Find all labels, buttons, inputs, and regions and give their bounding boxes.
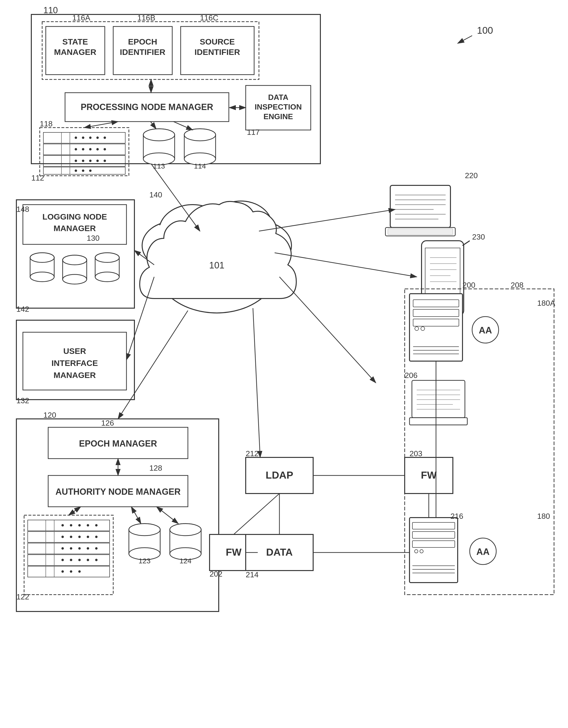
ref116C-label: 116C (200, 13, 218, 22)
ui-manager-label3: MANAGER (53, 371, 96, 380)
ref142-label: 142 (16, 305, 29, 313)
ref220-label: 220 (465, 171, 478, 180)
ref214-label: 214 (246, 570, 258, 579)
svg-point-114 (87, 559, 89, 561)
svg-point-113 (78, 559, 81, 561)
server-216 (410, 518, 458, 583)
aa1-label: AA (479, 325, 492, 335)
diagram-container: 110 116A 116B 116C STATE MANAGER EPOCH I… (0, 0, 568, 728)
data-label: DATA (266, 546, 293, 558)
state-manager-label2: MANAGER (54, 47, 96, 57)
source-identifier-label2: IDENTIFIER (195, 47, 240, 57)
ref101-label: 101 (209, 260, 224, 270)
server-200 (410, 294, 463, 361)
ref110-label: 110 (43, 5, 58, 15)
svg-point-26 (104, 148, 106, 150)
state-manager-label: STATE (62, 37, 88, 46)
ref124-label: 124 (179, 557, 191, 565)
die-label1: DATA (268, 93, 288, 102)
svg-point-15 (82, 137, 84, 139)
ref208-label: 208 (511, 281, 523, 289)
svg-point-14 (75, 137, 77, 139)
ref203-label: 203 (410, 449, 422, 458)
ref180A-label: 180A (537, 299, 555, 307)
epoch-identifier-label: EPOCH (128, 37, 157, 46)
ref118-label: 118 (40, 119, 52, 128)
svg-point-95 (61, 536, 64, 538)
svg-point-107 (95, 547, 97, 550)
svg-point-131 (170, 524, 201, 536)
svg-point-24 (89, 148, 91, 150)
ref123-label: 123 (138, 557, 150, 565)
svg-point-97 (78, 536, 81, 538)
svg-rect-160 (413, 319, 459, 326)
svg-point-111 (61, 559, 64, 561)
svg-point-30 (75, 160, 77, 162)
ref202-label: 202 (209, 570, 222, 578)
ref180-label: 180 (537, 512, 550, 520)
svg-point-103 (61, 547, 64, 550)
svg-rect-133 (390, 185, 451, 227)
svg-rect-159 (413, 309, 459, 317)
svg-point-105 (78, 547, 81, 550)
fw1-label: FW (421, 469, 437, 481)
svg-point-115 (95, 559, 97, 561)
svg-point-91 (95, 524, 97, 527)
svg-point-62 (63, 255, 87, 265)
svg-point-89 (78, 524, 81, 527)
ref116A-label: 116A (72, 13, 90, 22)
logging-node-mgr-label2: MANAGER (53, 224, 96, 233)
svg-point-126 (129, 524, 160, 536)
svg-point-23 (82, 148, 84, 150)
ref206-label: 206 (405, 371, 418, 380)
ldap-label: LDAP (266, 469, 293, 481)
svg-point-106 (87, 547, 89, 550)
svg-point-90 (87, 524, 89, 527)
ref112-label: 112 (31, 174, 44, 182)
svg-point-17 (96, 137, 99, 139)
svg-point-25 (96, 148, 99, 150)
ref216-label: 216 (451, 512, 463, 520)
svg-point-104 (70, 547, 72, 550)
svg-point-33 (96, 160, 99, 162)
ref128-label: 128 (149, 464, 162, 472)
svg-point-34 (104, 160, 106, 162)
svg-point-57 (30, 272, 54, 282)
ref140-label: 140 (149, 190, 162, 199)
svg-point-121 (78, 570, 81, 573)
svg-rect-167 (412, 380, 465, 418)
svg-point-18 (104, 137, 106, 139)
ref122-label: 122 (16, 592, 29, 601)
ref116B-label: 116B (137, 13, 155, 22)
svg-point-61 (63, 274, 87, 284)
svg-point-88 (70, 524, 72, 527)
logging-node-mgr-label1: LOGGING NODE (42, 212, 107, 221)
ref120-label: 120 (43, 411, 56, 419)
svg-point-58 (30, 253, 54, 262)
laptop-206 (410, 380, 467, 425)
svg-point-40 (89, 169, 91, 172)
svg-rect-135 (388, 229, 453, 235)
svg-point-98 (87, 536, 89, 538)
fw2-label: FW (226, 546, 241, 558)
svg-point-32 (89, 160, 91, 162)
ref132-label: 132 (16, 396, 29, 405)
svg-point-50 (184, 129, 215, 141)
processing-node-manager-label: PROCESSING NODE MANAGER (81, 102, 213, 112)
svg-point-65 (95, 272, 119, 282)
svg-point-16 (89, 137, 91, 139)
ref212-label: 212 (246, 449, 258, 458)
aa2-label: AA (477, 547, 490, 557)
svg-point-39 (82, 169, 84, 172)
svg-point-22 (75, 148, 77, 150)
ref126-label: 126 (101, 419, 114, 427)
svg-rect-180 (412, 532, 455, 538)
authority-node-mgr-label: AUTHORITY NODE MANAGER (55, 487, 180, 497)
svg-rect-179 (412, 522, 455, 529)
svg-point-96 (70, 536, 72, 538)
svg-point-120 (70, 570, 72, 573)
epoch-manager-label: EPOCH MANAGER (79, 439, 157, 449)
ref230-label: 230 (472, 233, 485, 241)
ref200-label: 200 (463, 281, 475, 289)
svg-point-31 (82, 160, 84, 162)
